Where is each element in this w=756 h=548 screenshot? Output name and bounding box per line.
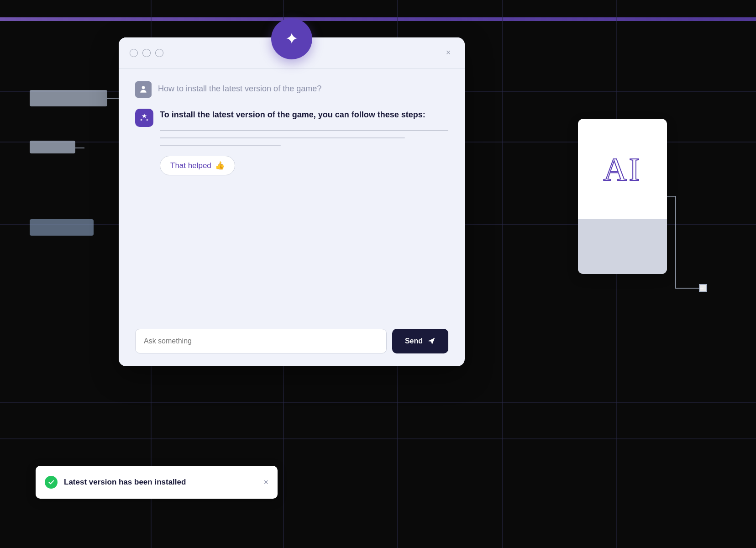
user-message-text: How to install the latest version of the… [158, 81, 321, 94]
left-deco-bar-1 [30, 90, 107, 106]
ai-card-bottom [578, 219, 667, 274]
ai-message: To install the latest version of the gam… [135, 109, 448, 175]
window-controls [130, 49, 163, 57]
svg-point-0 [142, 86, 145, 90]
user-avatar-icon [139, 85, 148, 94]
ai-card: AI [578, 119, 667, 274]
left-connector-2 [75, 148, 84, 148]
window-btn-3[interactable] [155, 49, 163, 57]
chat-content: How to install the latest version of the… [119, 68, 465, 188]
user-avatar [135, 81, 152, 98]
input-area: Send [135, 329, 448, 353]
bg-line-v4 [502, 0, 503, 548]
window-btn-2[interactable] [142, 49, 151, 57]
content-line-3 [160, 145, 281, 146]
ai-avatar [135, 109, 153, 127]
notification-close-button[interactable]: × [263, 478, 268, 487]
user-message: How to install the latest version of the… [135, 81, 448, 98]
that-helped-button[interactable]: That helped 👍 [160, 156, 235, 175]
bg-line-h4 [0, 402, 756, 403]
check-icon [45, 476, 58, 489]
left-deco-bar-3 [30, 219, 94, 236]
window-btn-1[interactable] [130, 49, 138, 57]
send-button[interactable]: Send [392, 329, 448, 353]
send-icon [427, 337, 436, 345]
ai-card-label: AI [578, 119, 667, 219]
ask-input[interactable] [135, 329, 387, 353]
content-line-1 [160, 130, 448, 131]
left-deco-bar-2 [30, 141, 75, 153]
sparkle-icon: ✦ [285, 29, 299, 48]
content-line-2 [160, 137, 405, 138]
bg-line-v5 [616, 0, 617, 548]
bg-line-h5 [0, 438, 756, 439]
top-accent-bar [0, 17, 756, 21]
right-connector-v1 [675, 196, 676, 288]
notification-bar: Latest version has been installed × [36, 466, 278, 499]
notification-text: Latest version has been installed [64, 478, 257, 487]
ai-badge: ✦ [271, 18, 312, 59]
ai-message-text: To install the latest version of the gam… [160, 109, 448, 121]
ai-message-content: To install the latest version of the gam… [160, 109, 448, 175]
chat-window: ✦ × How to install the latest version of… [119, 37, 465, 366]
ai-avatar-icon [139, 113, 149, 123]
checkmark-icon [47, 479, 55, 486]
window-close-button[interactable]: × [443, 47, 454, 58]
right-connector-node [699, 284, 707, 292]
left-connector-1 [107, 98, 119, 99]
